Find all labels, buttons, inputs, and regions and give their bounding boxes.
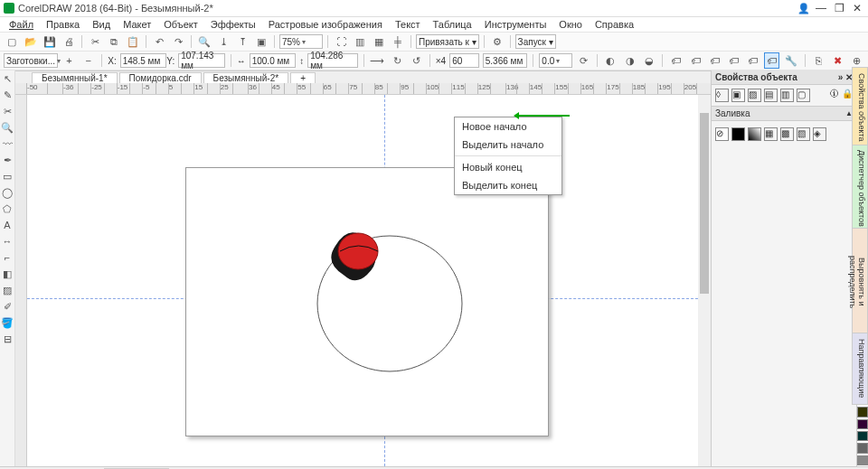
dimension-tool[interactable]: ↔ bbox=[1, 235, 14, 248]
guides-button[interactable]: ╪ bbox=[390, 33, 406, 50]
undo-button[interactable]: ↶ bbox=[151, 33, 167, 50]
zoom-combo[interactable]: 75% bbox=[279, 34, 323, 49]
extra2-button[interactable]: 🏷 bbox=[687, 52, 703, 69]
shadow-tool[interactable]: ◧ bbox=[1, 267, 14, 280]
zoom-tool[interactable]: 🔍 bbox=[1, 121, 14, 134]
menu-растровые изображения[interactable]: Растровые изображения bbox=[263, 18, 388, 31]
color-swatch[interactable] bbox=[857, 443, 868, 453]
eyedropper-tool[interactable]: ✐ bbox=[1, 300, 14, 313]
minimize-button[interactable]: — bbox=[814, 2, 828, 14]
presets-combo[interactable]: Заготовки... bbox=[4, 53, 58, 68]
extra3-button[interactable]: 🏷 bbox=[707, 52, 722, 69]
fill-pattern[interactable]: ▦ bbox=[764, 127, 778, 141]
publish-button[interactable]: ▣ bbox=[253, 33, 269, 50]
doc-tab[interactable]: Безымянный-1* bbox=[32, 72, 118, 83]
polygon-tool[interactable]: ⬠ bbox=[1, 202, 14, 215]
redo-button[interactable]: ↷ bbox=[170, 33, 186, 50]
menu-справка[interactable]: Справка bbox=[590, 18, 639, 31]
fill-none[interactable]: ⊘ bbox=[715, 127, 729, 141]
blend-cw-button[interactable]: ↻ bbox=[389, 52, 404, 69]
transparency-tool[interactable]: ▨ bbox=[1, 284, 14, 296]
fill-pattern2[interactable]: ▩ bbox=[780, 127, 794, 141]
fill-postscript[interactable]: ◈ bbox=[813, 127, 826, 141]
menu-new-end[interactable]: Новый конец bbox=[455, 158, 561, 176]
menu-select-start[interactable]: Выделить начало bbox=[455, 136, 561, 154]
export-button[interactable]: ⤒ bbox=[234, 33, 250, 50]
rulers-button[interactable]: ▥ bbox=[352, 33, 368, 50]
artistic-tool[interactable]: ✒ bbox=[1, 154, 14, 166]
vtab-mgr[interactable]: Диспетчер объектов bbox=[852, 145, 868, 231]
menu-инструменты[interactable]: Инструменты bbox=[479, 18, 552, 31]
path-props-button[interactable]: 🏷 bbox=[764, 52, 779, 69]
vtab-align[interactable]: Выровнять и распределить bbox=[852, 228, 868, 336]
tab-char[interactable]: ▤ bbox=[764, 89, 778, 102]
pick-tool[interactable]: ↖ bbox=[1, 72, 14, 85]
tab-info[interactable]: 🛈 bbox=[830, 89, 839, 102]
doc-tab[interactable]: Помидорка.cdr bbox=[119, 72, 202, 83]
extra1-button[interactable]: 🏷 bbox=[668, 52, 684, 69]
rectangle-tool[interactable]: ▭ bbox=[1, 170, 14, 183]
fill-texture[interactable]: ▧ bbox=[797, 127, 810, 141]
scrollbar-vertical[interactable] bbox=[698, 95, 711, 466]
connect-tool[interactable]: ⌐ bbox=[1, 251, 14, 264]
fill-gradient[interactable] bbox=[748, 127, 761, 141]
tab-frame[interactable]: ▢ bbox=[797, 89, 810, 102]
user-icon[interactable]: 👤 bbox=[797, 3, 810, 14]
menu-объект[interactable]: Объект bbox=[158, 18, 203, 31]
extra4-button[interactable]: 🏷 bbox=[726, 52, 741, 69]
step-input[interactable]: 60 bbox=[449, 53, 479, 68]
options-button[interactable]: ⚙ bbox=[489, 33, 505, 50]
color-swatch[interactable] bbox=[857, 419, 868, 429]
loop-button[interactable]: ⟳ bbox=[576, 52, 591, 69]
menu-файл[interactable]: Файл bbox=[4, 18, 39, 31]
extra5-button[interactable]: 🏷 bbox=[745, 52, 760, 69]
y-input[interactable]: 107.143 мм bbox=[178, 53, 225, 68]
new-button[interactable]: ▢ bbox=[4, 33, 20, 50]
menu-эффекты[interactable]: Эффекты bbox=[205, 18, 261, 31]
search-button[interactable]: 🔍 bbox=[196, 33, 212, 50]
tab-fill[interactable]: ▣ bbox=[731, 89, 745, 102]
doc-tab[interactable]: Безымянный-2* bbox=[203, 72, 289, 83]
spacing-input[interactable]: 5.366 мм bbox=[483, 53, 528, 68]
snap-dropdown[interactable]: Привязать к ▾ bbox=[416, 34, 479, 49]
menu-текст[interactable]: Текст bbox=[390, 18, 426, 31]
vtab-object[interactable]: Свойства объекта bbox=[852, 67, 868, 148]
color-swatch[interactable] bbox=[857, 455, 868, 465]
crop-tool[interactable]: ✂ bbox=[1, 105, 14, 117]
h-input[interactable]: 104.286 мм bbox=[307, 53, 357, 68]
blend-ccw-button[interactable]: ↺ bbox=[409, 52, 424, 69]
blend-object[interactable] bbox=[331, 232, 378, 280]
shape-tool[interactable]: ✎ bbox=[1, 89, 14, 101]
menu-правка[interactable]: Правка bbox=[41, 18, 85, 31]
open-button[interactable]: 📂 bbox=[23, 33, 39, 50]
cut-button[interactable]: ✂ bbox=[87, 33, 103, 50]
fill-solid[interactable] bbox=[731, 127, 745, 141]
angle-combo[interactable]: 0.0 bbox=[539, 53, 571, 68]
maximize-button[interactable]: ❐ bbox=[832, 2, 846, 14]
preset-add-button[interactable]: + bbox=[61, 52, 77, 69]
copy-props-button[interactable]: ⎘ bbox=[810, 52, 826, 69]
menu-new-start[interactable]: Новое начало bbox=[455, 117, 561, 136]
color-swatch[interactable] bbox=[857, 407, 868, 417]
freehand-tool[interactable]: 〰 bbox=[1, 137, 14, 150]
preset-del-button[interactable]: − bbox=[80, 52, 96, 69]
ruler-horizontal[interactable]: -50-36-25-15-551525364555657585951051151… bbox=[15, 83, 711, 95]
accel3-button[interactable]: ◒ bbox=[641, 52, 656, 69]
print-button[interactable]: 🖨 bbox=[61, 33, 77, 50]
tab-outline[interactable]: ◊ bbox=[715, 89, 729, 102]
color-swatch[interactable] bbox=[857, 431, 868, 441]
menu-окно[interactable]: Окно bbox=[553, 18, 588, 31]
canvas[interactable] bbox=[27, 95, 698, 466]
vtab-guides[interactable]: Направляющие bbox=[852, 333, 868, 405]
launch-dropdown[interactable]: Запуск ▾ bbox=[515, 34, 556, 49]
outline-tool[interactable]: ⊟ bbox=[1, 333, 14, 345]
copy-button[interactable]: ⧉ bbox=[106, 33, 122, 50]
menu-таблица[interactable]: Таблица bbox=[428, 18, 477, 31]
menu-макет[interactable]: Макет bbox=[118, 18, 156, 31]
paste-button[interactable]: 📋 bbox=[125, 33, 141, 50]
fill-tool[interactable]: 🪣 bbox=[1, 316, 14, 329]
blend-direct-button[interactable]: ⟶ bbox=[369, 52, 385, 69]
grid-button[interactable]: ▦ bbox=[371, 33, 387, 50]
x-input[interactable]: 148.5 мм bbox=[120, 53, 167, 68]
w-input[interactable]: 100.0 мм bbox=[250, 53, 297, 68]
